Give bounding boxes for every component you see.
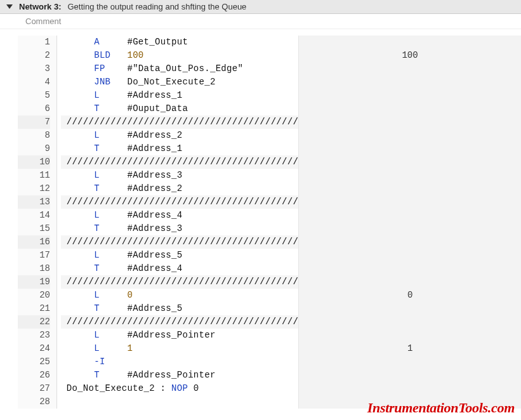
code-line: ////////////////////////////////////////… (61, 315, 298, 329)
line-number: 12 (18, 182, 50, 195)
value-cell (299, 36, 521, 49)
line-number: 15 (18, 222, 50, 235)
code-line: L #Address_Pointer (61, 329, 298, 342)
comment-field[interactable]: Comment (0, 14, 521, 29)
collapse-icon[interactable] (6, 4, 13, 9)
line-number: 22 (18, 315, 50, 329)
line-number: 18 (18, 262, 50, 275)
value-column: 10001 (298, 36, 521, 409)
code-line: JNB Do_Not_Execute_2 (61, 75, 298, 89)
value-cell (299, 155, 521, 169)
value-cell (299, 129, 521, 142)
code-line: ////////////////////////////////////////… (61, 155, 298, 169)
code-line: T #Address_2 (61, 182, 298, 195)
code-line: L 0 (61, 289, 298, 302)
line-number: 7 (18, 115, 50, 129)
value-cell (299, 249, 521, 262)
value-cell (299, 62, 521, 75)
line-number: 20 (18, 289, 50, 302)
line-number: 26 (18, 369, 50, 382)
value-cell (299, 262, 521, 275)
value-cell: 1 (299, 342, 521, 355)
value-cell (299, 235, 521, 249)
value-cell (299, 182, 521, 195)
value-cell (299, 102, 521, 115)
line-number: 14 (18, 209, 50, 222)
line-number: 9 (18, 142, 50, 155)
line-number: 2 (18, 49, 50, 62)
line-number: 19 (18, 275, 50, 289)
line-number: 21 (18, 302, 50, 315)
line-number: 28 (18, 395, 50, 409)
line-number: 25 (18, 355, 50, 369)
code-area: 1234567891011121314151617181920212223242… (0, 36, 521, 409)
value-cell: 0 (299, 289, 521, 302)
value-cell (299, 209, 521, 222)
value-cell (299, 329, 521, 342)
value-cell (299, 195, 521, 209)
line-number: 11 (18, 169, 50, 182)
code-line: L #Address_1 (61, 89, 298, 102)
code-line: T #Address_Pointer (61, 369, 298, 382)
value-cell (299, 142, 521, 155)
code-line (61, 395, 298, 409)
line-gutter: 1234567891011121314151617181920212223242… (18, 36, 57, 409)
code-line: ////////////////////////////////////////… (61, 115, 298, 129)
line-number: 10 (18, 155, 50, 169)
code-line: T #Ouput_Data (61, 102, 298, 115)
value-cell (299, 115, 521, 129)
line-number: 3 (18, 62, 50, 75)
code-line: A #Get_Output (61, 36, 298, 49)
line-number: 8 (18, 129, 50, 142)
line-number: 4 (18, 75, 50, 89)
line-number: 27 (18, 382, 50, 395)
line-number: 17 (18, 249, 50, 262)
line-number: 23 (18, 329, 50, 342)
value-cell (299, 275, 521, 289)
line-number: 24 (18, 342, 50, 355)
code-line: ////////////////////////////////////////… (61, 235, 298, 249)
code-line: L #Address_3 (61, 169, 298, 182)
line-number: 16 (18, 235, 50, 249)
value-cell: 100 (299, 49, 521, 62)
line-number: 5 (18, 89, 50, 102)
code-line: L #Address_5 (61, 249, 298, 262)
code-line: L #Address_4 (61, 209, 298, 222)
code-line: -I (61, 355, 298, 369)
code-line: BLD 100 (61, 49, 298, 62)
code-line: FP #"Data_Out_Pos._Edge" (61, 62, 298, 75)
value-cell (299, 75, 521, 89)
line-number: 1 (18, 36, 50, 49)
network-title: Getting the output reading and shfting t… (67, 2, 246, 11)
value-cell (299, 355, 521, 369)
code-column[interactable]: A #Get_Output BLD 100 FP #"Data_Out_Pos.… (57, 36, 298, 409)
code-line: Do_Not_Execute_2 : NOP 0 (61, 382, 298, 395)
code-line: T #Address_3 (61, 222, 298, 235)
value-cell (299, 222, 521, 235)
value-cell (299, 315, 521, 329)
code-line: T #Address_5 (61, 302, 298, 315)
code-line: L #Address_2 (61, 129, 298, 142)
network-label: Network 3: (19, 2, 61, 11)
code-line: ////////////////////////////////////////… (61, 195, 298, 209)
watermark: InstrumentationTools.com (367, 400, 515, 416)
line-number: 6 (18, 102, 50, 115)
value-cell (299, 169, 521, 182)
line-number: 13 (18, 195, 50, 209)
value-cell (299, 302, 521, 315)
value-cell (299, 369, 521, 382)
code-line: L 1 (61, 342, 298, 355)
value-cell (299, 89, 521, 102)
code-line: T #Address_4 (61, 262, 298, 275)
code-line: ////////////////////////////////////////… (61, 275, 298, 289)
value-cell (299, 382, 521, 395)
network-header: Network 3: Getting the output reading an… (0, 0, 521, 14)
code-line: T #Address_1 (61, 142, 298, 155)
